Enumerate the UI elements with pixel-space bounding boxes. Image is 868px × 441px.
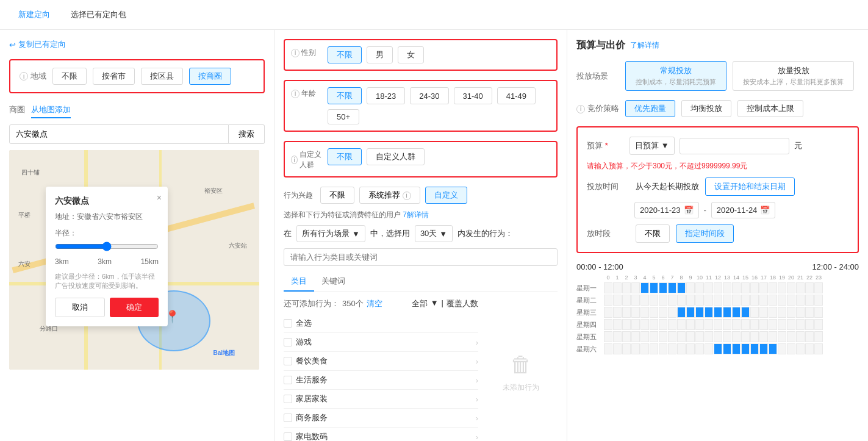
crowd-btn-custom[interactable]: 自定义人群 — [367, 148, 425, 165]
hour-cell[interactable] — [650, 331, 658, 342]
hour-cell[interactable] — [778, 295, 786, 306]
hour-cell[interactable] — [769, 307, 777, 318]
hour-cell[interactable] — [814, 282, 823, 293]
gender-btn-unlimited[interactable]: 不限 — [328, 46, 362, 63]
cat-checkbox[interactable] — [284, 376, 292, 384]
hour-cell[interactable] — [705, 295, 713, 306]
hour-cell[interactable] — [787, 343, 795, 354]
delivery-scene-normal[interactable]: 常规投放 控制成本，尽量消耗完预算 — [625, 61, 726, 91]
hour-cell[interactable] — [750, 282, 759, 293]
gender-info-icon[interactable]: i — [291, 49, 299, 57]
region-btn-district[interactable]: 按区县 — [141, 68, 183, 85]
hour-cell[interactable] — [705, 307, 713, 318]
hour-cell[interactable] — [677, 331, 686, 342]
hour-cell[interactable] — [622, 282, 631, 293]
map-tab-add[interactable]: 从地图添加 — [31, 102, 71, 118]
hour-cell[interactable] — [787, 331, 795, 342]
popup-close[interactable]: × — [157, 193, 162, 203]
end-date-input[interactable]: 2020-11-24 📅 — [711, 202, 776, 218]
hour-cell[interactable] — [814, 295, 823, 306]
crowd-info-icon[interactable]: i — [291, 156, 298, 164]
hour-cell[interactable] — [732, 295, 741, 306]
hour-cell[interactable] — [613, 319, 622, 330]
hour-cell[interactable] — [778, 282, 786, 293]
hour-cell[interactable] — [640, 295, 649, 306]
hour-cell[interactable] — [705, 319, 713, 330]
hour-cell[interactable] — [714, 343, 722, 354]
hour-cell[interactable] — [759, 343, 768, 354]
region-info-icon[interactable]: i — [20, 72, 28, 81]
hour-cell[interactable] — [613, 343, 622, 354]
hour-cell[interactable] — [778, 319, 786, 330]
region-btn-circle[interactable]: 按商圈 — [189, 68, 231, 85]
hour-cell[interactable] — [650, 282, 658, 293]
behavior-system-info[interactable]: i — [403, 192, 411, 200]
hour-cell[interactable] — [714, 295, 722, 306]
hour-cell[interactable] — [622, 331, 631, 342]
hour-cell[interactable] — [796, 307, 805, 318]
hour-cell[interactable] — [805, 307, 814, 318]
list-item[interactable]: 商务服务 › — [284, 409, 478, 428]
learn-more-link[interactable]: 了解详情 — [630, 40, 659, 51]
behavior-tab-custom[interactable]: 自定义 — [425, 187, 467, 204]
cat-tab-keyword[interactable]: 关键词 — [314, 272, 353, 292]
hour-cell[interactable] — [677, 295, 686, 306]
hour-cell[interactable] — [759, 331, 768, 342]
hour-cell[interactable] — [695, 319, 704, 330]
hour-cell[interactable] — [659, 319, 667, 330]
hour-cell[interactable] — [668, 307, 676, 318]
search-button[interactable]: 搜索 — [229, 124, 265, 144]
hour-cell[interactable] — [778, 307, 786, 318]
hour-cell[interactable] — [732, 343, 741, 354]
hour-cell[interactable] — [796, 282, 805, 293]
hour-cell[interactable] — [805, 343, 814, 354]
hour-cell[interactable] — [814, 343, 823, 354]
hour-cell[interactable] — [631, 307, 640, 318]
hour-cell[interactable] — [741, 343, 750, 354]
hour-cell[interactable] — [650, 343, 658, 354]
hour-cell[interactable] — [604, 282, 612, 293]
hour-cell[interactable] — [668, 282, 676, 293]
hour-cell[interactable] — [769, 331, 777, 342]
hour-cell[interactable] — [650, 295, 658, 306]
hour-cell[interactable] — [695, 343, 704, 354]
cat-checkbox[interactable] — [284, 395, 292, 403]
hour-cell[interactable] — [622, 295, 631, 306]
popup-confirm-button[interactable]: 确定 — [110, 298, 159, 317]
hour-cell[interactable] — [640, 307, 649, 318]
budget-type-select[interactable]: 日预算 ▼ — [629, 137, 675, 155]
hour-cell[interactable] — [677, 319, 686, 330]
delivery-scene-volume[interactable]: 放量投放 按安成本上浮，尽量消耗更多预算 — [733, 61, 854, 91]
hour-cell[interactable] — [750, 295, 759, 306]
hour-cell[interactable] — [769, 282, 777, 293]
hour-cell[interactable] — [686, 282, 695, 293]
hour-cell[interactable] — [732, 331, 741, 342]
hour-cell[interactable] — [796, 331, 805, 342]
cat-checkbox[interactable] — [284, 338, 292, 346]
hour-cell[interactable] — [640, 331, 649, 342]
search-input[interactable] — [9, 124, 229, 144]
hour-cell[interactable] — [796, 343, 805, 354]
bid-btn-volume[interactable]: 优先跑量 — [625, 100, 675, 117]
hour-cell[interactable] — [677, 282, 686, 293]
hour-cell[interactable] — [631, 331, 640, 342]
hour-cell[interactable] — [705, 343, 713, 354]
age-btn-18[interactable]: 18-23 — [367, 87, 405, 104]
hour-cell[interactable] — [741, 331, 750, 342]
hour-cell[interactable] — [750, 319, 759, 330]
behavior-days-select[interactable]: 30天 ▼ — [415, 225, 453, 242]
hour-cell[interactable] — [668, 295, 676, 306]
gender-btn-male[interactable]: 男 — [367, 46, 393, 63]
cat-checkbox[interactable] — [284, 357, 292, 365]
hour-cell[interactable] — [613, 282, 622, 293]
hour-cell[interactable] — [604, 331, 612, 342]
hour-cell[interactable] — [631, 319, 640, 330]
map-container[interactable]: 📍 四十铺 平桥 六安 裕安区 六安站 分路口 Bai地图 六安微点 — [9, 150, 259, 370]
hour-cell[interactable] — [750, 331, 759, 342]
hour-cell[interactable] — [622, 319, 631, 330]
hour-cell[interactable] — [705, 331, 713, 342]
popup-cancel-button[interactable]: 取消 — [55, 298, 105, 317]
map-tab-circle[interactable]: 商圈 — [9, 102, 25, 118]
hour-cell[interactable] — [668, 319, 676, 330]
crowd-btn-unlimited[interactable]: 不限 — [328, 148, 362, 165]
